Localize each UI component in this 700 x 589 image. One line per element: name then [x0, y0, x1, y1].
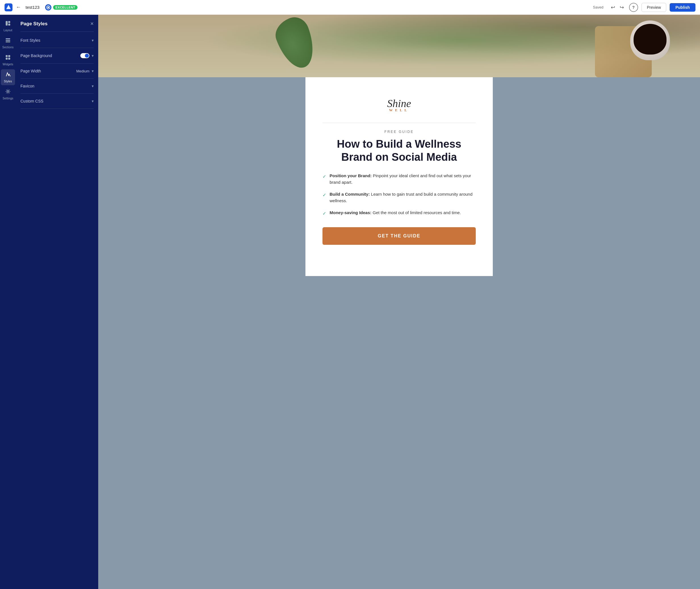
svg-rect-8	[6, 38, 10, 39]
feature-text-1: Position your Brand: Pinpoint your ideal…	[330, 173, 476, 185]
page-background-toggle[interactable]: Page Background ▾	[20, 48, 94, 63]
guide-title-line1: How to Build a Wellness	[337, 138, 461, 150]
guide-title: How to Build a Wellness Brand on Social …	[322, 138, 476, 164]
check-icon-2: ✓	[322, 192, 326, 199]
page-background-right: ▾	[80, 53, 94, 58]
page-width-label: Page Width	[20, 69, 41, 73]
list-item: ✓ Position your Brand: Pinpoint your ide…	[322, 173, 476, 185]
custom-css-chevron-icon: ▾	[92, 99, 94, 104]
check-icon-3: ✓	[322, 210, 326, 217]
brand-sub-text: WELL	[322, 108, 476, 113]
page-background-label: Page Background	[20, 53, 52, 58]
page-background-chevron-icon: ▾	[92, 53, 94, 58]
list-item: ✓ Build a Community: Learn how to gain t…	[322, 191, 476, 204]
panel-close-button[interactable]: ×	[90, 20, 94, 27]
guide-title-line2: Brand on Social Media	[341, 151, 457, 163]
feature-list: ✓ Position your Brand: Pinpoint your ide…	[322, 173, 476, 217]
panel-header: Page Styles ×	[20, 15, 94, 32]
publish-button[interactable]: Publish	[670, 3, 695, 12]
font-styles-section: Font Styles ▾	[20, 33, 94, 48]
brand-logo-wrap: Shine WELL	[322, 88, 476, 118]
feature-text-2: Build a Community: Learn how to gain tru…	[330, 191, 476, 204]
page-width-chevron-icon: ▾	[92, 69, 94, 73]
svg-rect-2	[7, 8, 10, 9]
svg-point-15	[7, 90, 9, 92]
favicon-section: Favicon ▾	[20, 79, 94, 94]
quality-badge: EXCELLENT	[53, 5, 77, 10]
svg-rect-12	[8, 55, 10, 57]
feature-bold-2: Build a Community:	[330, 192, 370, 197]
svg-point-4	[47, 7, 49, 8]
redo-button[interactable]: ↪	[618, 3, 626, 12]
sidebar-label-sections: Sections	[2, 46, 14, 49]
feature-bold-3: Money-saving Ideas:	[330, 210, 372, 215]
sidebar-item-layout[interactable]: Layout	[1, 18, 15, 34]
sidebar-label-settings: Settings	[3, 97, 13, 100]
brand-name: Shine WELL	[322, 97, 476, 113]
feature-bold-1: Position your Brand:	[330, 173, 372, 178]
svg-rect-13	[6, 58, 8, 60]
saved-status: Saved	[593, 5, 604, 9]
app-logo	[5, 3, 12, 11]
svg-rect-14	[8, 58, 10, 60]
feature-text-3: Money-saving Ideas: Get the most out of …	[330, 210, 461, 216]
svg-rect-11	[6, 55, 8, 57]
back-button[interactable]: ←	[16, 4, 21, 10]
quality-icon	[45, 4, 51, 10]
sidebar-item-sections[interactable]: Sections	[1, 35, 15, 51]
toggle-knob	[85, 54, 89, 58]
canvas-hero	[98, 15, 700, 77]
svg-rect-6	[8, 21, 10, 23]
custom-css-label: Custom CSS	[20, 99, 43, 104]
favicon-chevron-icon: ▾	[92, 84, 94, 88]
page-width-toggle[interactable]: Page Width Medium ▾	[20, 64, 94, 78]
undo-redo-group: ↩ ↪	[609, 3, 626, 12]
quality-badge-wrap: EXCELLENT	[45, 4, 77, 10]
hero-cup-inner	[634, 24, 667, 54]
sidebar-item-settings[interactable]: Settings	[1, 86, 15, 102]
font-styles-toggle[interactable]: Font Styles ▾	[20, 33, 94, 48]
help-button[interactable]: ?	[629, 3, 638, 12]
font-styles-label: Font Styles	[20, 38, 40, 43]
brand-name-text: Shine	[387, 97, 411, 109]
svg-rect-5	[6, 21, 8, 26]
sidebar-label-styles: Styles	[4, 80, 12, 83]
svg-rect-7	[8, 24, 10, 26]
svg-rect-9	[6, 40, 10, 41]
icon-sidebar: Layout Sections Widgets	[0, 15, 16, 589]
check-icon-1: ✓	[322, 173, 326, 180]
sidebar-item-widgets[interactable]: Widgets	[1, 52, 15, 68]
layout-icon	[5, 20, 11, 28]
content-divider	[322, 123, 476, 123]
sidebar-item-styles[interactable]: Styles	[1, 69, 15, 85]
svg-rect-10	[6, 41, 10, 42]
preview-button[interactable]: Preview	[642, 3, 667, 12]
sidebar-label-layout: Layout	[3, 29, 12, 32]
sections-icon	[5, 37, 11, 45]
styles-icon	[5, 71, 11, 79]
page-width-value: Medium	[76, 69, 89, 73]
settings-icon	[5, 88, 11, 96]
canvas-area: Shine WELL FREE GUIDE How to Build a Wel…	[98, 15, 700, 589]
custom-css-section: Custom CSS ▾	[20, 94, 94, 109]
hero-cup-decoration	[630, 20, 670, 60]
panel-title: Page Styles	[20, 21, 47, 27]
feature-desc-3: Get the most out of limited resources an…	[372, 210, 461, 215]
favicon-label: Favicon	[20, 84, 34, 88]
topbar: ← test123 EXCELLENT Saved ↩ ↪ ? Preview …	[0, 0, 700, 15]
cta-button[interactable]: GET THE GUIDE	[322, 227, 476, 245]
page-background-toggle-switch[interactable]	[80, 53, 89, 58]
undo-button[interactable]: ↩	[609, 3, 617, 12]
favicon-right: ▾	[92, 84, 94, 88]
widgets-icon	[5, 54, 11, 62]
page-title: test123	[26, 5, 39, 10]
custom-css-right: ▾	[92, 99, 94, 104]
page-content-card: Shine WELL FREE GUIDE How to Build a Wel…	[305, 77, 493, 276]
free-guide-label: FREE GUIDE	[322, 130, 476, 134]
favicon-toggle[interactable]: Favicon ▾	[20, 79, 94, 93]
styles-panel: Page Styles × Font Styles ▾ Page Backgro…	[16, 15, 98, 589]
page-width-right: Medium ▾	[76, 69, 94, 73]
custom-css-toggle[interactable]: Custom CSS ▾	[20, 94, 94, 109]
page-background-section: Page Background ▾	[20, 48, 94, 64]
font-styles-chevron-icon: ▾	[92, 38, 94, 43]
